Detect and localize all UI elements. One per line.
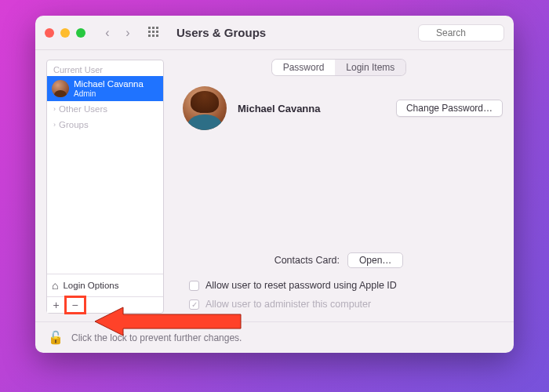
users-sidebar: Current User Michael Cavanna Admin › Oth… bbox=[46, 60, 164, 314]
user-display-name: Michael Cavanna bbox=[238, 103, 321, 114]
search-input[interactable] bbox=[418, 24, 504, 42]
allow-admin-checkbox: ✓ bbox=[189, 299, 199, 310]
sidebar-user-name: Michael Cavanna bbox=[74, 79, 144, 89]
tab-password[interactable]: Password bbox=[272, 60, 336, 75]
allow-reset-label: Allow user to reset password using Apple… bbox=[205, 280, 397, 291]
remove-user-button[interactable]: − bbox=[66, 297, 85, 313]
window-title: Users & Groups bbox=[176, 26, 266, 39]
groups-label: Groups bbox=[59, 120, 89, 129]
lock-icon[interactable]: 🔓 bbox=[48, 330, 64, 345]
search-container: 🔍 bbox=[418, 24, 504, 42]
spacer bbox=[175, 130, 503, 252]
chevron-right-icon: › bbox=[53, 121, 56, 129]
window-controls bbox=[45, 28, 85, 38]
other-users-label: Other Users bbox=[59, 104, 107, 114]
minimize-button[interactable] bbox=[60, 28, 70, 38]
titlebar: ‹ › Users & Groups 🔍 bbox=[35, 16, 514, 50]
tabs: Password Login Items bbox=[175, 60, 503, 75]
close-button[interactable] bbox=[45, 28, 54, 38]
back-button[interactable]: ‹ bbox=[100, 26, 115, 40]
sidebar-spacer bbox=[47, 132, 163, 274]
login-options-row[interactable]: ⌂ Login Options bbox=[47, 274, 163, 296]
sidebar-other-users[interactable]: › Other Users bbox=[47, 101, 163, 117]
body: Current User Michael Cavanna Admin › Oth… bbox=[35, 50, 514, 321]
avatar-large[interactable] bbox=[183, 86, 227, 130]
contacts-card-row: Contacts Card: Open… bbox=[175, 252, 503, 268]
add-user-button[interactable]: + bbox=[47, 297, 66, 313]
allow-reset-checkbox[interactable] bbox=[189, 281, 199, 291]
system-preferences-window: ‹ › Users & Groups 🔍 Current User Michae… bbox=[35, 16, 514, 353]
add-remove-bar: + − bbox=[47, 296, 163, 313]
lock-text: Click the lock to prevent further change… bbox=[71, 332, 242, 343]
login-options-label: Login Options bbox=[63, 281, 118, 290]
user-header: Michael Cavanna Change Password… bbox=[175, 86, 503, 130]
change-password-button[interactable]: Change Password… bbox=[396, 100, 503, 117]
footer: 🔓 Click the lock to prevent further chan… bbox=[35, 321, 514, 353]
main-panel: Password Login Items Michael Cavanna Cha… bbox=[175, 60, 503, 314]
nav-buttons: ‹ › bbox=[100, 26, 136, 40]
home-icon: ⌂ bbox=[52, 279, 58, 292]
show-all-icon[interactable] bbox=[148, 27, 161, 39]
current-user-section-label: Current User bbox=[47, 60, 163, 76]
allow-admin-row: ✓ Allow user to administer this computer bbox=[175, 295, 503, 314]
open-contacts-button[interactable]: Open… bbox=[347, 252, 403, 268]
chevron-right-icon: › bbox=[53, 105, 56, 113]
avatar-icon bbox=[52, 80, 69, 97]
sidebar-user-role: Admin bbox=[74, 89, 144, 98]
maximize-button[interactable] bbox=[76, 28, 85, 38]
tab-login-items[interactable]: Login Items bbox=[335, 60, 405, 75]
user-text: Michael Cavanna Admin bbox=[74, 79, 144, 98]
contacts-card-label: Contacts Card: bbox=[274, 255, 340, 266]
allow-admin-label: Allow user to administer this computer bbox=[205, 299, 371, 310]
sidebar-current-user[interactable]: Michael Cavanna Admin bbox=[47, 76, 163, 101]
sidebar-groups[interactable]: › Groups bbox=[47, 117, 163, 132]
allow-reset-row: Allow user to reset password using Apple… bbox=[175, 276, 503, 295]
forward-button[interactable]: › bbox=[120, 26, 136, 40]
tab-group: Password Login Items bbox=[272, 60, 406, 75]
